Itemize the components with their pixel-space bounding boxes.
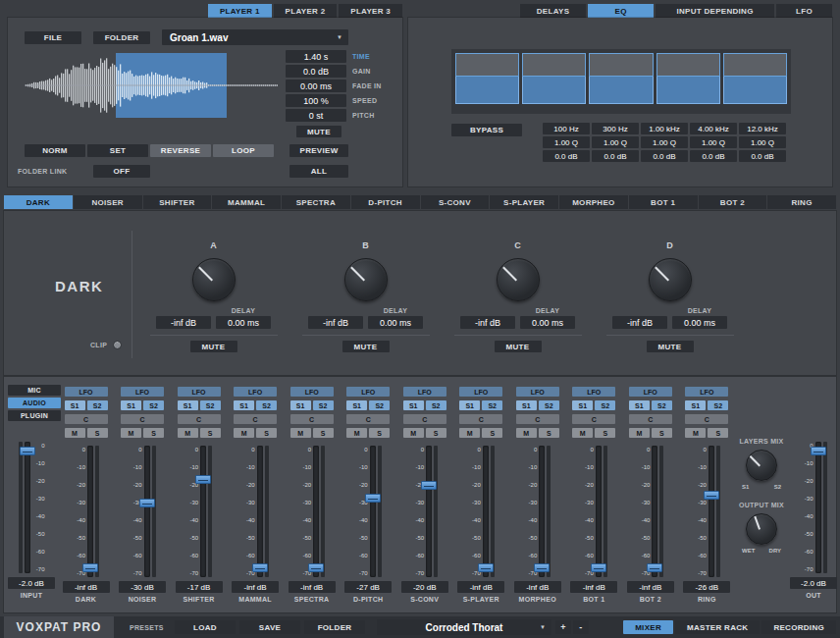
fader-handle[interactable] (704, 491, 719, 500)
fader[interactable] (257, 446, 263, 577)
s1-button[interactable]: S1 (459, 400, 480, 410)
slot-mute-button[interactable]: MUTE (190, 341, 237, 352)
eq-freq-field[interactable]: 4.00 kHz (690, 123, 737, 134)
fader-handle[interactable] (20, 447, 35, 455)
slot-level-field[interactable]: -inf dB (460, 316, 515, 329)
s2-button[interactable]: S2 (652, 400, 672, 410)
tab-player-3[interactable]: PLAYER 3 (339, 4, 402, 18)
mute-button[interactable]: M (65, 428, 85, 438)
pan-center-button[interactable]: C (290, 414, 334, 424)
s2-button[interactable]: S2 (482, 400, 502, 410)
eq-gain-field[interactable]: 0.0 dB (739, 150, 786, 162)
s2-button[interactable]: S2 (426, 400, 446, 410)
s1-button[interactable]: S1 (403, 400, 424, 410)
output-mix-knob[interactable] (746, 513, 777, 545)
fader[interactable] (709, 446, 714, 577)
all-button[interactable]: ALL (289, 165, 348, 178)
lfo-button[interactable]: LFO (629, 387, 672, 397)
eq-freq-field[interactable]: 1.00 kHz (641, 123, 688, 134)
tab-s-player[interactable]: S-PLAYER (490, 195, 558, 209)
mute-button[interactable]: M (234, 428, 254, 438)
waveform-display[interactable] (25, 53, 278, 118)
fader[interactable] (144, 446, 150, 577)
s2-button[interactable]: S2 (539, 400, 559, 410)
solo-button[interactable]: S (143, 428, 164, 438)
norm-button[interactable]: NORM (25, 144, 85, 157)
channel-level-field[interactable]: -inf dB (63, 581, 110, 593)
mute-button[interactable]: M (178, 428, 198, 438)
channel-level-field[interactable]: -inf dB (570, 581, 617, 593)
mute-button[interactable]: M (403, 428, 424, 438)
s1-button[interactable]: S1 (346, 400, 367, 410)
fader-handle[interactable] (478, 563, 494, 572)
slot-mute-button[interactable]: MUTE (342, 341, 390, 352)
master-rack-button[interactable]: MASTER RACK (675, 620, 760, 634)
solo-button[interactable]: S (313, 428, 334, 438)
param-value-field[interactable]: 1.40 s (286, 50, 346, 63)
tab-ring[interactable]: RING (767, 195, 836, 209)
fader[interactable] (652, 446, 657, 577)
param-value-field[interactable]: 100 % (286, 94, 346, 107)
mute-button[interactable]: M (629, 428, 650, 438)
preset-prev-button[interactable]: - (573, 620, 589, 634)
eq-gain-field[interactable]: 0.0 dB (690, 150, 737, 162)
set-button[interactable]: SET (87, 144, 148, 157)
eq-graph[interactable] (451, 49, 791, 114)
fader-handle[interactable] (365, 494, 381, 503)
slot-knob[interactable] (192, 258, 236, 301)
slot-mute-button[interactable]: MUTE (495, 341, 542, 352)
tab-input-depending[interactable]: INPUT DEPENDING (656, 4, 774, 18)
channel-level-field[interactable]: -inf dB (289, 581, 336, 593)
param-value-field[interactable]: 0.00 ms (286, 80, 346, 92)
s1-button[interactable]: S1 (685, 400, 706, 410)
eq-q-field[interactable]: 1.00 Q (739, 136, 786, 148)
s1-button[interactable]: S1 (516, 400, 537, 410)
channel-level-field[interactable]: -30 dB (119, 581, 166, 593)
fader[interactable] (87, 446, 93, 577)
param-value-field[interactable]: 0.0 dB (286, 65, 346, 78)
folder-button[interactable]: FOLDER (93, 31, 150, 44)
slot-delay-field[interactable]: 0.00 ms (672, 316, 727, 329)
mute-button[interactable]: M (290, 428, 311, 438)
solo-button[interactable]: S (482, 428, 502, 438)
eq-band[interactable] (723, 53, 787, 110)
eq-gain-field[interactable]: 0.0 dB (543, 150, 590, 162)
lfo-button[interactable]: LFO (65, 387, 108, 397)
fader-handle[interactable] (421, 481, 437, 490)
mute-button[interactable]: M (572, 428, 593, 438)
pan-center-button[interactable]: C (629, 414, 672, 424)
channel-level-field[interactable]: -2.0 dB (8, 577, 55, 589)
tab-mammal[interactable]: MAMMAL (212, 195, 281, 209)
channel-level-field[interactable]: -inf dB (514, 581, 561, 593)
slot-level-field[interactable]: -inf dB (612, 316, 667, 329)
audio-button[interactable]: AUDIO (8, 398, 61, 408)
tab-spectra[interactable]: SPECTRA (282, 195, 350, 209)
mixer-button[interactable]: MIXER (623, 620, 673, 634)
eq-band[interactable] (455, 53, 519, 110)
lfo-button[interactable]: LFO (234, 387, 277, 397)
load-button[interactable]: LOAD (175, 620, 236, 634)
file-button[interactable]: FILE (25, 31, 81, 44)
pan-center-button[interactable]: C (234, 414, 277, 424)
solo-button[interactable]: S (708, 428, 728, 438)
lfo-button[interactable]: LFO (290, 387, 334, 397)
eq-freq-field[interactable]: 300 Hz (592, 123, 639, 134)
s2-button[interactable]: S2 (595, 400, 615, 410)
s1-button[interactable]: S1 (572, 400, 593, 410)
solo-button[interactable]: S (256, 428, 277, 438)
eq-gain-field[interactable]: 0.0 dB (592, 150, 639, 162)
preview-button[interactable]: PREVIEW (289, 144, 348, 157)
slot-mute-button[interactable]: MUTE (647, 341, 694, 352)
fader[interactable] (25, 442, 30, 573)
layers-mix-knob[interactable] (746, 450, 777, 481)
solo-button[interactable]: S (652, 428, 672, 438)
eq-q-field[interactable]: 1.00 Q (592, 136, 639, 148)
channel-level-field[interactable]: -17 dB (176, 581, 223, 593)
s2-button[interactable]: S2 (200, 400, 221, 410)
tab-delays[interactable]: DELAYS (520, 4, 586, 18)
channel-level-field[interactable]: -26 dB (683, 581, 730, 593)
s2-button[interactable]: S2 (256, 400, 277, 410)
tab-player-2[interactable]: PLAYER 2 (274, 4, 338, 18)
lfo-button[interactable]: LFO (572, 387, 615, 397)
s1-button[interactable]: S1 (178, 400, 198, 410)
